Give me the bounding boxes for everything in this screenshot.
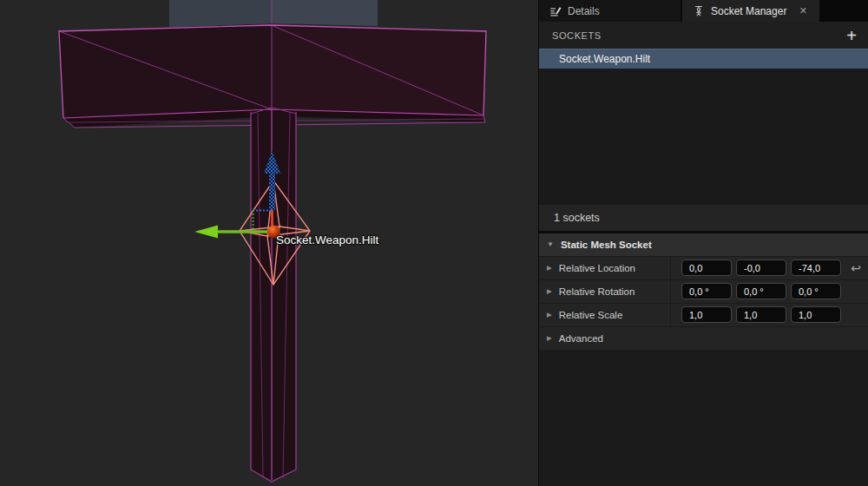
close-icon[interactable]: ✕ bbox=[798, 5, 809, 16]
viewport-canvas: Socket.Weapon.Hilt bbox=[0, 0, 538, 486]
socket-count-row: 1 sockets bbox=[539, 205, 868, 231]
row-relative-scale: ▶ Relative Scale bbox=[539, 304, 868, 327]
section-static-mesh-socket[interactable]: ▼ Static Mesh Socket bbox=[539, 233, 868, 257]
tab-socket-manager-label: Socket Manager bbox=[711, 5, 786, 17]
sword-blade[interactable] bbox=[169, 0, 378, 27]
socket-manager-panel: Details Socket Manager ✕ SOCKETS + bbox=[538, 0, 868, 486]
relative-location-reset-cell: ↩ bbox=[844, 257, 868, 279]
socket-manager-window: Socket.Weapon.Hilt Details bbox=[0, 0, 868, 486]
section-title: Static Mesh Socket bbox=[561, 240, 652, 250]
socket-list-item-selected[interactable]: Socket.Weapon.Hilt bbox=[539, 49, 868, 69]
sockets-header-title: SOCKETS bbox=[552, 30, 602, 41]
reset-to-default-icon[interactable]: ↩ bbox=[851, 261, 861, 275]
add-socket-button[interactable]: + bbox=[846, 27, 857, 44]
socket-viewport-label: Socket.Weapon.Hilt bbox=[276, 233, 379, 246]
chevron-right-icon: ▶ bbox=[547, 311, 552, 319]
socket-count-label: 1 sockets bbox=[554, 212, 600, 224]
relative-location-z-input[interactable] bbox=[791, 259, 841, 276]
chevron-right-icon: ▶ bbox=[547, 264, 552, 272]
tab-details[interactable]: Details bbox=[539, 0, 681, 22]
relative-scale-label-cell[interactable]: ▶ Relative Scale bbox=[539, 304, 671, 326]
relative-location-x-input[interactable] bbox=[681, 259, 732, 276]
row-advanced[interactable]: ▶ Advanced bbox=[539, 327, 868, 351]
tab-socket-manager[interactable]: Socket Manager ✕ bbox=[682, 0, 819, 22]
pencil-icon bbox=[549, 5, 562, 17]
relative-rotation-values bbox=[671, 280, 844, 303]
relative-scale-values bbox=[671, 304, 844, 326]
relative-scale-label: Relative Scale bbox=[559, 310, 623, 320]
relative-location-y-input[interactable] bbox=[736, 259, 786, 276]
relative-scale-x-input[interactable] bbox=[681, 306, 732, 323]
tab-details-label: Details bbox=[568, 5, 600, 17]
relative-scale-z-input[interactable] bbox=[791, 306, 841, 323]
panel-tab-bar: Details Socket Manager ✕ bbox=[539, 0, 868, 22]
chevron-right-icon: ▶ bbox=[547, 287, 552, 295]
relative-scale-reset-cell bbox=[844, 304, 868, 326]
relative-rotation-x-input[interactable] bbox=[681, 283, 732, 299]
relative-rotation-y-input[interactable] bbox=[736, 283, 786, 299]
relative-rotation-z-input[interactable] bbox=[791, 283, 841, 299]
relative-scale-y-input[interactable] bbox=[736, 306, 786, 323]
row-relative-location: ▶ Relative Location ↩ bbox=[539, 257, 868, 280]
viewport-3d[interactable]: Socket.Weapon.Hilt bbox=[0, 0, 538, 486]
relative-rotation-label-cell[interactable]: ▶ Relative Rotation bbox=[539, 280, 671, 303]
relative-rotation-reset-cell bbox=[844, 280, 868, 303]
chevron-down-icon: ▼ bbox=[547, 240, 554, 248]
relative-location-values bbox=[671, 257, 844, 279]
socket-item-label: Socket.Weapon.Hilt bbox=[559, 53, 650, 65]
relative-location-label-cell[interactable]: ▶ Relative Location bbox=[539, 257, 671, 279]
relative-rotation-label: Relative Rotation bbox=[559, 286, 635, 297]
sockets-header: SOCKETS + bbox=[539, 22, 868, 49]
socket-list[interactable]: Socket.Weapon.Hilt bbox=[539, 49, 868, 205]
socket-icon bbox=[693, 5, 705, 17]
advanced-label: Advanced bbox=[559, 333, 603, 344]
relative-location-label: Relative Location bbox=[559, 263, 635, 273]
panel-filler bbox=[539, 351, 868, 486]
row-relative-rotation: ▶ Relative Rotation bbox=[539, 280, 868, 304]
chevron-right-icon: ▶ bbox=[547, 334, 552, 342]
